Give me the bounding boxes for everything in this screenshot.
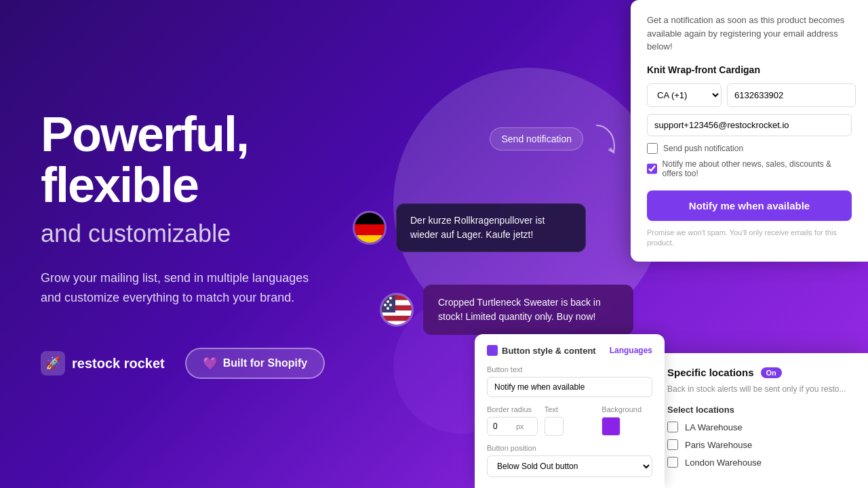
border-radius-col: Border radius px	[487, 405, 538, 436]
news-checkbox-row: Notify me about other news, sales, disco…	[647, 159, 852, 178]
hero-title: Powerful, flexible	[41, 109, 339, 211]
svg-point-14	[387, 307, 389, 310]
svg-rect-2	[355, 235, 387, 245]
locations-header: Specific locations On	[667, 367, 852, 378]
button-text-label: Button text	[487, 365, 652, 373]
text-color-label: Text	[545, 405, 595, 413]
phone-row: CA (+1)	[647, 83, 852, 107]
border-radius-input: px	[487, 417, 538, 436]
email-input[interactable]	[647, 114, 852, 136]
title-line1: Powerful,	[41, 107, 248, 161]
location-london-label: London Warehouse	[685, 458, 762, 468]
select-locations-label: Select locations	[667, 405, 852, 415]
german-bubble-text: Der kurze Rollkragenpullover ist wieder …	[410, 215, 545, 240]
product-name: Knit Wrap-front Cardigan	[647, 64, 852, 75]
location-paris-label: Paris Warehouse	[685, 440, 752, 450]
shopify-button[interactable]: 💜 Built for Shopify	[185, 348, 325, 379]
bsp-languages-link[interactable]: Languages	[610, 346, 652, 355]
locations-title: Specific locations	[667, 367, 754, 378]
location-la-label: LA Warehouse	[685, 422, 743, 432]
german-notification: Der kurze Rollkragenpullover ist wieder …	[353, 203, 586, 252]
svg-rect-7	[382, 326, 414, 327]
panel-header-text: Get a notification as soon as this produ…	[647, 14, 852, 54]
german-bubble: Der kurze Rollkragenpullover ist wieder …	[396, 203, 586, 252]
svg-rect-8	[382, 295, 395, 312]
svg-point-12	[384, 304, 387, 306]
location-paris-checkbox[interactable]	[667, 439, 678, 450]
location-london-checkbox[interactable]	[667, 457, 678, 468]
notify-button[interactable]: Notify me when available	[647, 190, 852, 221]
location-item-london: London Warehouse	[667, 457, 852, 468]
svg-point-9	[384, 297, 387, 300]
english-notification: Cropped Turtleneck Sweater is back in st…	[380, 285, 633, 335]
german-flag	[353, 211, 387, 245]
location-item-la: LA Warehouse	[667, 422, 852, 432]
bsp-header: Button style & content Languages	[487, 345, 652, 356]
locations-panel: Specific locations On Back in stock aler…	[651, 353, 868, 488]
hero-section: Powerful, flexible and customizable Grow…	[0, 0, 380, 488]
border-radius-label: Border radius	[487, 405, 538, 413]
svg-point-10	[389, 297, 392, 300]
position-select[interactable]: Below Sold Out button	[487, 455, 652, 477]
news-checkbox-label: Notify me about other news, sales, disco…	[663, 159, 852, 178]
bg-color-label: Background	[601, 405, 652, 413]
phone-country-select[interactable]: CA (+1)	[647, 83, 722, 107]
location-item-paris: Paris Warehouse	[667, 439, 852, 450]
bsp-title: Button style & content	[487, 345, 596, 356]
phone-number-input[interactable]	[727, 83, 856, 107]
locations-desc: Back in stock alerts will be sent only i…	[667, 384, 852, 395]
notify-btn-label: Notify me when available	[689, 200, 810, 211]
border-radius-value[interactable]	[493, 422, 513, 431]
bsp-icon	[487, 345, 498, 356]
position-label: Button position	[487, 444, 652, 452]
button-style-panel: Button style & content Languages Button …	[475, 334, 665, 488]
brand-name: restock rocket	[72, 356, 165, 371]
title-line2: flexible	[41, 158, 198, 212]
locations-on-badge: On	[761, 367, 782, 378]
spam-note: Promise we won't spam. You'll only recei…	[647, 228, 852, 249]
bg-color-col: Background	[601, 405, 652, 436]
text-color-swatch[interactable]	[545, 417, 564, 436]
location-la-checkbox[interactable]	[667, 422, 678, 432]
svg-point-11	[387, 300, 389, 303]
svg-rect-0	[355, 213, 387, 224]
push-notification-row: Send push notification	[647, 143, 852, 154]
hero-description: Grow your mailing list, send in multiple…	[41, 268, 312, 308]
heart-icon: 💜	[203, 356, 218, 371]
svg-rect-6	[382, 316, 414, 321]
brand-row: 🚀 restock rocket 💜 Built for Shopify	[41, 348, 339, 379]
english-bubble: Cropped Turtleneck Sweater is back in st…	[423, 285, 633, 335]
shopify-btn-label: Built for Shopify	[223, 357, 307, 369]
arrow-icon	[590, 119, 624, 159]
svg-point-13	[389, 304, 392, 306]
push-notification-checkbox[interactable]	[647, 143, 658, 154]
bsp-title-text: Button style & content	[502, 346, 596, 356]
border-radius-unit: px	[516, 422, 524, 430]
button-text-input[interactable]	[487, 377, 652, 397]
brand-icon: 🚀	[41, 351, 65, 375]
news-checkbox[interactable]	[647, 163, 657, 174]
notification-panel: Get a notification as soon as this produ…	[631, 0, 868, 262]
brand-logo: 🚀 restock rocket	[41, 351, 165, 375]
english-bubble-text: Cropped Turtleneck Sweater is back in st…	[438, 297, 601, 322]
hero-subtitle: and customizable	[41, 220, 339, 248]
text-color-col: Text	[545, 405, 595, 436]
bg-color-swatch[interactable]	[601, 417, 620, 436]
us-flag	[380, 293, 414, 327]
push-notification-label: Send push notification	[663, 144, 743, 153]
svg-rect-1	[355, 224, 387, 235]
send-notification-indicator: Send notification	[490, 119, 624, 159]
style-row: Border radius px Text Background	[487, 405, 652, 436]
send-notification-label: Send notification	[490, 127, 583, 150]
